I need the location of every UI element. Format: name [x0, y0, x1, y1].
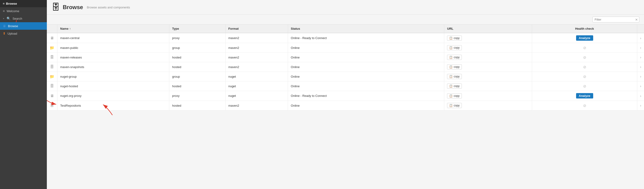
filter-wrap: ✕ — [592, 17, 639, 22]
table-row: 🖥nuget.org-proxyproxynugetOnline - Ready… — [47, 91, 644, 101]
row-chevron[interactable]: › — [637, 62, 644, 72]
welcome-icon: ≡ — [3, 9, 5, 13]
sidebar-item-welcome-label: Welcome — [6, 9, 19, 13]
col-chevron-header — [637, 24, 644, 33]
sidebar: ≡ Browse ≡ Welcome + 🔍 Search 🖥 Browse ⬆… — [0, 0, 47, 189]
health-disabled-icon: ⊘ — [583, 75, 586, 79]
row-status: Online — [288, 53, 444, 62]
chevron-right-icon: › — [640, 55, 641, 59]
row-health: ⊘ — [532, 81, 637, 91]
analyze-button[interactable]: Analyze — [576, 93, 593, 98]
row-type: hosted — [169, 62, 226, 72]
row-chevron[interactable]: › — [637, 53, 644, 62]
page-subtitle: Browse assets and components — [87, 5, 130, 9]
table-wrap: Name ↑ Type Format Status URL Health che… — [47, 24, 644, 189]
repositories-table: Name ↑ Type Format Status URL Health che… — [47, 24, 644, 110]
row-chevron[interactable]: › — [637, 91, 644, 101]
row-name: maven-central — [57, 33, 169, 43]
copy-label: copy — [454, 56, 460, 59]
table-row: 🗄TestRepositoris hostedmaven2Online📋 cop… — [47, 101, 644, 110]
row-format: nuget — [225, 81, 288, 91]
row-name: nuget.org-proxy — [57, 91, 169, 101]
filter-input[interactable] — [592, 17, 639, 22]
copy-url-button[interactable]: 📋 copy — [447, 55, 462, 60]
row-status: Online — [288, 62, 444, 72]
copy-url-button[interactable]: 📋 copy — [447, 74, 462, 79]
col-name-header[interactable]: Name ↑ — [57, 24, 169, 33]
copy-icon: 📋 — [449, 75, 453, 78]
sidebar-item-upload[interactable]: ⬆ Upload — [0, 30, 47, 37]
copy-icon: 📋 — [449, 46, 453, 49]
row-type-icon: 🖥 — [47, 91, 57, 101]
copy-icon: 📋 — [449, 104, 453, 107]
row-url: 📋 copy — [444, 81, 532, 91]
copy-url-button[interactable]: 📋 copy — [447, 93, 462, 98]
row-format: maven2 — [225, 101, 288, 110]
col-format-header: Format — [225, 24, 288, 33]
table-row: 🗄maven-snapshotshostedmaven2Online📋 copy… — [47, 62, 644, 72]
copy-icon: 📋 — [449, 36, 453, 40]
table-body: 🖥maven-centralproxymaven2Online - Ready … — [47, 33, 644, 110]
row-type: hosted — [169, 81, 226, 91]
search-add-icon: + — [3, 17, 4, 20]
toolbar: ✕ — [47, 15, 644, 24]
filter-clear-icon[interactable]: ✕ — [635, 18, 638, 21]
row-type-icon: 📁 — [47, 72, 57, 81]
row-chevron[interactable]: › — [637, 81, 644, 91]
row-url: 📋 copy — [444, 72, 532, 81]
row-format: nuget — [225, 72, 288, 81]
row-type-icon: 🗄 — [47, 62, 57, 72]
copy-url-button[interactable]: 📋 copy — [447, 35, 462, 41]
row-format: nuget — [225, 91, 288, 101]
table-row: 🖥maven-centralproxymaven2Online - Ready … — [47, 33, 644, 43]
sidebar-item-browse-label: Browse — [8, 24, 18, 28]
row-name: maven-releases — [57, 53, 169, 62]
row-chevron[interactable]: › — [637, 33, 644, 43]
copy-url-button[interactable]: 📋 copy — [447, 83, 462, 89]
row-chevron[interactable]: › — [637, 101, 644, 110]
col-type-header: Type — [169, 24, 226, 33]
health-disabled-icon: ⊘ — [583, 55, 586, 59]
health-disabled-icon: ⊘ — [583, 65, 586, 69]
upload-icon: ⬆ — [3, 31, 6, 35]
row-health: Analyze — [532, 91, 637, 101]
row-name: TestRepositoris — [57, 101, 169, 110]
col-status-header: Status — [288, 24, 444, 33]
copy-url-button[interactable]: 📋 copy — [447, 45, 462, 50]
sidebar-item-search[interactable]: + 🔍 Search — [0, 15, 47, 22]
chevron-right-icon: › — [640, 36, 641, 40]
sidebar-title: ≡ Browse — [0, 0, 47, 7]
copy-label: copy — [454, 36, 460, 40]
copy-icon: 📋 — [449, 65, 453, 69]
chevron-right-icon: › — [640, 46, 641, 50]
header-icon: 🗄 — [52, 2, 60, 12]
table-row: 🗄nuget-hostedhostednugetOnline📋 copy⊘› — [47, 81, 644, 91]
row-name: nuget-hosted — [57, 81, 169, 91]
row-type: hosted — [169, 53, 226, 62]
row-chevron[interactable]: › — [637, 72, 644, 81]
row-format: maven2 — [225, 33, 288, 43]
main-content: 🗄 Browse Browse assets and components ✕ … — [47, 0, 644, 189]
search-icon: 🔍 — [6, 17, 10, 20]
row-type: hosted — [169, 101, 226, 110]
copy-url-button[interactable]: 📋 copy — [447, 64, 462, 69]
row-url: 📋 copy — [444, 101, 532, 110]
chevron-right-icon: › — [640, 65, 641, 69]
browse-icon: 🖥 — [3, 24, 6, 28]
copy-url-button[interactable]: 📋 copy — [447, 103, 462, 108]
copy-icon: 📋 — [449, 56, 453, 59]
analyze-button[interactable]: Analyze — [576, 35, 593, 41]
table-row: 📁nuget-groupgroupnugetOnline📋 copy⊘› — [47, 72, 644, 81]
chevron-right-icon: › — [640, 75, 641, 78]
sidebar-item-browse[interactable]: 🖥 Browse — [0, 22, 47, 30]
row-chevron[interactable]: › — [637, 43, 644, 53]
row-type-icon: 📁 — [47, 43, 57, 53]
sidebar-item-welcome[interactable]: ≡ Welcome — [0, 7, 47, 15]
row-status: Online — [288, 101, 444, 110]
row-type: proxy — [169, 91, 226, 101]
health-disabled-icon: ⊘ — [583, 104, 586, 108]
table-header-row: Name ↑ Type Format Status URL Health che… — [47, 24, 644, 33]
chevron-right-icon: › — [640, 94, 641, 98]
row-health: Analyze — [532, 33, 637, 43]
row-name: maven-public — [57, 43, 169, 53]
